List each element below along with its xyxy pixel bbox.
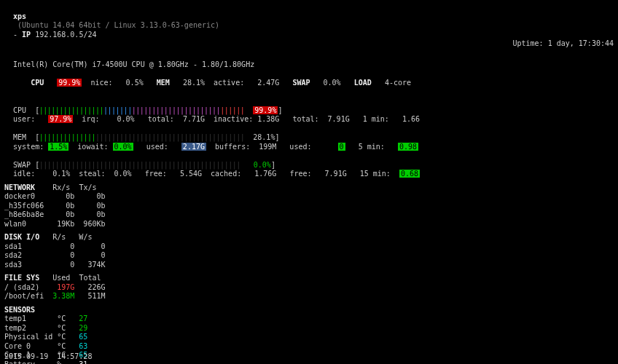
- ip-value: 192.168.0.5/24: [35, 31, 96, 39]
- filesys-title: FILE SYS: [4, 274, 39, 282]
- ip-label: IP: [22, 31, 31, 39]
- load-label: LOAD: [354, 79, 372, 87]
- sensor-row: temp1 °C 27: [4, 314, 99, 324]
- diskio-row: sda1 0 0: [4, 242, 99, 252]
- sensor-row: Physical id °C 65: [4, 333, 99, 342]
- network-title: NETWORK: [4, 183, 35, 191]
- filesys-row: /boot/efi 3.38M 511M: [4, 292, 99, 301]
- sensor-row: temp2 °C 29: [4, 324, 99, 333]
- sensors-title: SENSORS: [4, 306, 99, 315]
- filesys-row: / (sda2) 197G 226G: [4, 283, 99, 293]
- header-line: xps (Ubuntu 14.04 64bit / Linux 3.13.0-6…: [4, 3, 614, 49]
- bar-swap-line: SWAP [||||||||||||||||||||||||||||||||||…: [4, 151, 614, 179]
- mem-label: MEM: [157, 79, 170, 87]
- swap-label: SWAP: [292, 79, 310, 87]
- diskio-row: sda3 0 374K: [4, 261, 99, 270]
- cpu-system: 1.5%: [48, 143, 69, 151]
- cpu-pct: 99.9%: [57, 79, 82, 87]
- os-info: (Ubuntu 14.04 64bit / Linux 3.13.0-63-ge…: [13, 21, 224, 29]
- cpu-user: 97.9%: [48, 115, 73, 123]
- diskio-title: DISK I/O: [4, 233, 39, 241]
- bar-cpu-line: CPU [|||||||||||||||||||||||||||||||||||…: [4, 97, 614, 124]
- hostname: xps: [13, 12, 26, 20]
- diskio-row: sda2 0 0: [4, 251, 99, 261]
- network-row: wlan0 19Kb 960Kb: [4, 220, 99, 229]
- uptime-value: 1 day, 17:30:44: [548, 39, 614, 47]
- network-row: _h35fc066 0b 0b: [4, 202, 99, 211]
- sensor-row: Core 0 °C 63: [4, 342, 99, 352]
- uptime-label: Uptime:: [513, 39, 544, 47]
- network-row: docker0 0b 0b: [4, 192, 99, 202]
- left-panel: NETWORK Rx/s Tx/s docker0 0b 0b_h35fc066…: [4, 183, 99, 365]
- bar-mem-line: MEM [|||||||||||||||||||||||||||||||||||…: [4, 124, 614, 152]
- footer-timestamp: 2015-09-19 14:57:28: [4, 352, 92, 362]
- cpu-label: CPU: [31, 79, 44, 87]
- network-row: _h8e6ba8e 0b 0b: [4, 210, 99, 220]
- cpu-model-line: Intel(R) Core(TM) i7-4500U CPU @ 1.80GHz…: [4, 52, 614, 98]
